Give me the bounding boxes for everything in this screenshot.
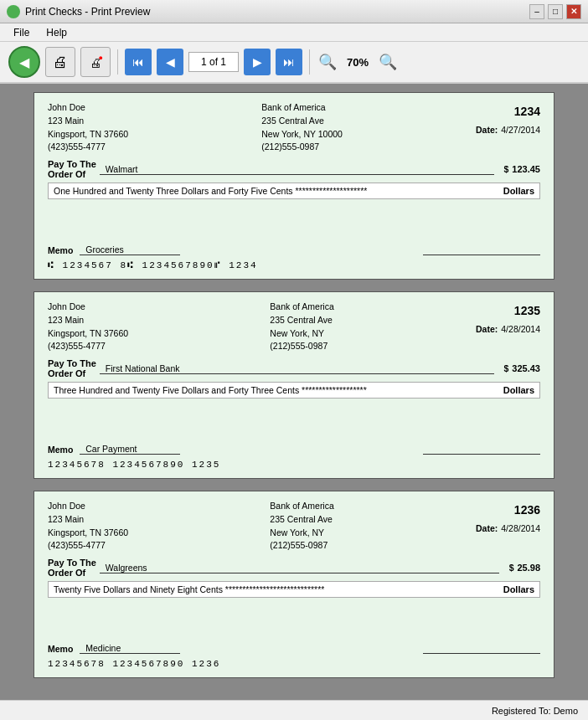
print-options-icon: 🖨● [90, 54, 101, 71]
from-city: Kingsport, TN 37660 [48, 327, 128, 341]
maximize-button[interactable]: □ [548, 4, 563, 19]
memo-label: Memo [48, 445, 73, 455]
check-number: 1235 [476, 301, 540, 321]
back-button[interactable]: ◀ [8, 46, 40, 78]
check-1: John Doe 123 Main Kingsport, TN 37660 (4… [34, 92, 554, 280]
dollars-label: Dollars [503, 186, 534, 196]
status-bar: Registered To: Demo [0, 700, 588, 720]
amount-words: One Hundred and Twenty Three Dollars and… [54, 186, 503, 196]
next-page-icon: ▶ [253, 55, 262, 69]
check-date-row: Date: 4/28/2014 [476, 521, 540, 537]
date-label: Date: [476, 321, 498, 337]
print-options-button[interactable]: 🖨● [80, 47, 111, 77]
bank-city: New York, NY 10000 [261, 128, 343, 141]
memo-section: Memo Car Payment [48, 444, 180, 455]
dollars-label: Dollars [503, 385, 534, 395]
check-area[interactable]: John Doe 123 Main Kingsport, TN 37660 (4… [0, 84, 588, 700]
amount-box: $ 123.45 [504, 164, 541, 174]
pay-to-label: Pay To TheOrder Of [48, 159, 96, 179]
from-name: John Doe [48, 301, 128, 314]
amount-words-row: Twenty Five Dollars and Ninety Eight Cen… [48, 581, 540, 598]
signature-line [423, 444, 540, 455]
menu-file[interactable]: File [5, 25, 38, 40]
bank-phone: (212)555-0987 [261, 141, 343, 154]
check-date: 4/27/2014 [501, 122, 540, 138]
from-address1: 123 Main [48, 314, 128, 327]
check-bank: Bank of America 235 Central Ave New York… [261, 101, 343, 154]
app-icon [7, 5, 20, 18]
micr-line: 12345678 1234567890 1235 [48, 460, 540, 470]
zoom-in-icon: 🔍 [318, 53, 337, 71]
memo-row: Memo Car Payment [48, 444, 540, 455]
zoom-out-button[interactable]: 🔍 [377, 51, 399, 73]
back-icon: ◀ [19, 54, 29, 70]
check-date: 4/28/2014 [501, 521, 540, 537]
check-bank: Bank of America 235 Central Ave New York… [270, 500, 333, 553]
dollar-sign: $ [509, 563, 514, 573]
check-header: John Doe 123 Main Kingsport, TN 37660 (4… [48, 301, 540, 353]
from-city: Kingsport, TN 37660 [48, 128, 128, 141]
separator-2 [309, 49, 310, 75]
close-button[interactable]: ✕ [566, 4, 581, 19]
zoom-level: 70% [343, 56, 372, 69]
date-label: Date: [476, 521, 498, 537]
toolbar: ◀ 🖨 🖨● ⏮ ◀ 1 of 1 ▶ ⏭ 🔍 70% 🔍 [0, 42, 588, 84]
amount-box: $ 25.98 [509, 563, 540, 573]
next-page-button[interactable]: ▶ [244, 49, 271, 75]
memo-value: Medicine [80, 643, 180, 654]
signature-line [423, 643, 540, 654]
check-header: John Doe 123 Main Kingsport, TN 37660 (4… [48, 500, 540, 553]
from-phone: (423)555-4777 [48, 340, 128, 353]
page-indicator: 1 of 1 [188, 52, 239, 72]
pay-to-label: Pay To TheOrder Of [48, 558, 96, 578]
memo-label: Memo [48, 245, 73, 255]
amount-words-row: Three Hundred and Twenty Five Dollars an… [48, 382, 540, 399]
from-city: Kingsport, TN 37660 [48, 527, 128, 540]
print-button[interactable]: 🖨 [45, 47, 75, 77]
zoom-in-button[interactable]: 🔍 [317, 51, 338, 73]
bank-phone: (212)555-0987 [270, 340, 333, 353]
check-number-date: 1234 Date: 4/27/2014 [476, 101, 540, 154]
amount-value: 123.45 [512, 164, 540, 174]
check-date-row: Date: 4/27/2014 [476, 122, 540, 138]
memo-section: Memo Medicine [48, 643, 180, 654]
last-page-button[interactable]: ⏭ [276, 49, 302, 75]
minimize-button[interactable]: – [529, 4, 544, 19]
check-2: John Doe 123 Main Kingsport, TN 37660 (4… [34, 291, 554, 479]
pay-to-name: Walgreens [100, 563, 499, 573]
memo-value: Groceries [80, 244, 180, 255]
check-3: John Doe 123 Main Kingsport, TN 37660 (4… [34, 491, 554, 678]
check-number-date: 1236 Date: 4/28/2014 [476, 500, 540, 553]
separator-1 [117, 49, 118, 75]
pay-to-row: Pay To TheOrder Of First National Bank $… [48, 358, 540, 378]
menu-help[interactable]: Help [38, 25, 75, 40]
window-title: Print Checks - Print Preview [25, 6, 150, 18]
check-spacer [48, 399, 540, 440]
memo-row: Memo Groceries [48, 244, 540, 255]
prev-page-button[interactable]: ◀ [157, 49, 183, 75]
check-spacer [48, 598, 540, 640]
pay-to-row: Pay To TheOrder Of Walgreens $ 25.98 [48, 558, 540, 578]
first-page-button[interactable]: ⏮ [125, 49, 152, 75]
pay-to-name: Walmart [100, 164, 494, 175]
dollar-sign: $ [504, 164, 509, 174]
last-page-icon: ⏭ [283, 55, 295, 69]
signature-line [423, 244, 540, 255]
menu-bar: File Help [0, 23, 588, 42]
pay-to-name: First National Bank [100, 363, 494, 374]
zoom-out-icon: 🔍 [379, 53, 397, 71]
amount-value: 25.98 [517, 563, 540, 573]
check-from: John Doe 123 Main Kingsport, TN 37660 (4… [48, 301, 128, 353]
memo-section: Memo Groceries [48, 244, 180, 255]
from-address1: 123 Main [48, 115, 128, 128]
bank-address1: 235 Central Ave [270, 513, 333, 527]
bank-city: New York, NY [270, 527, 333, 540]
check-from: John Doe 123 Main Kingsport, TN 37660 (4… [48, 101, 128, 154]
date-label: Date: [476, 122, 498, 138]
amount-words-row: One Hundred and Twenty Three Dollars and… [48, 183, 540, 199]
bank-name: Bank of America [270, 500, 333, 513]
amount-words: Three Hundred and Twenty Five Dollars an… [54, 385, 503, 395]
print-icon: 🖨 [53, 54, 68, 71]
check-date: 4/28/2014 [501, 321, 540, 337]
check-date-row: Date: 4/28/2014 [476, 321, 540, 337]
